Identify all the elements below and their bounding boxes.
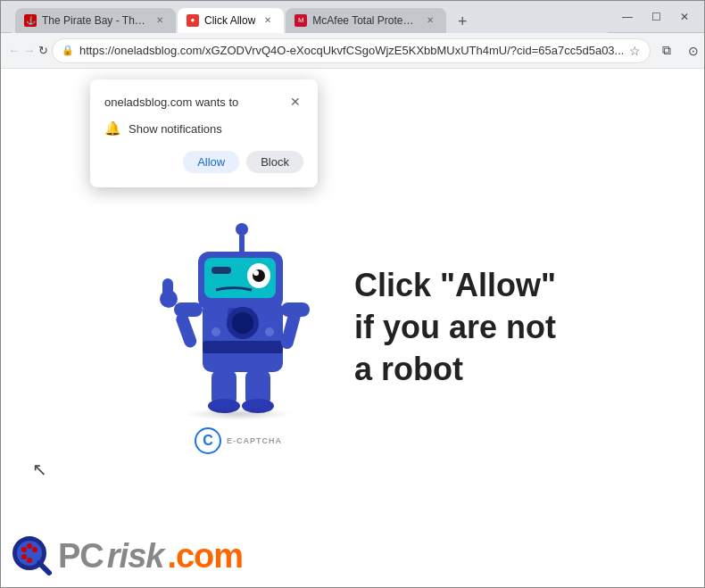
popup-site-title: oneladsblog.com wants to [104,95,238,109]
tab-piratebay[interactable]: ⚓ The Pirate Bay - The galaxy's m... ✕ [15,8,176,33]
clickallow-favicon: ● [187,14,199,27]
svg-point-29 [21,547,27,552]
forward-button[interactable]: → [23,39,35,62]
extensions-button[interactable]: ⧉ [654,38,679,63]
tab-clickallow-title: Click Allow [204,14,255,27]
address-bar: ← → ↻ 🔒 https://oneladsblog.com/xGZODVrv… [1,33,704,69]
ecaptcha-label: E-CAPTCHA [227,436,282,445]
ecaptcha-logo: C [195,427,221,454]
bookmark-star-icon[interactable]: ☆ [629,44,641,58]
tab-clickallow-close[interactable]: ✕ [261,13,275,28]
notification-popup: oneladsblog.com wants to ✕ 🔔 Show notifi… [90,79,318,187]
svg-rect-13 [162,278,173,303]
main-text-line1: Click "Allow" [354,265,556,307]
url-bar[interactable]: 🔒 https://oneladsblog.com/xGZODVrvQ4O-eX… [52,38,651,63]
svg-rect-11 [174,302,203,317]
tab-piratebay-title: The Pirate Bay - The galaxy's m... [42,14,147,27]
refresh-button[interactable]: ↻ [38,39,48,62]
lock-icon: 🔒 [62,45,74,56]
robot-shadow [185,408,292,420]
browser-window: ⚓ The Pirate Bay - The galaxy's m... ✕ ●… [0,0,705,588]
main-text-line3: a robot [354,349,556,391]
back-button[interactable]: ← [8,39,20,62]
popup-option: 🔔 Show notifications [104,120,303,137]
close-button[interactable]: ✕ [672,4,697,29]
svg-point-22 [236,223,248,236]
tab-mcafee-close[interactable]: ✕ [423,13,437,28]
pcrisk-dotcom: .com [167,537,243,576]
popup-buttons: Allow Block [104,151,303,173]
main-text-line2: if you are not [354,307,556,349]
tab-mcafee-title: McAfee Total Protection [312,14,418,27]
mcafee-favicon: M [294,14,307,27]
pcrisk-icon [10,534,54,578]
svg-point-10 [232,312,253,334]
new-tab-button[interactable]: + [452,12,473,33]
svg-text:C: C [203,433,213,448]
minimize-button[interactable]: — [615,4,640,29]
toolbar-right: ⧉ ⊙ ⋮ [654,38,705,63]
svg-point-24 [265,327,274,336]
allow-button[interactable]: Allow [183,151,239,173]
popup-close-button[interactable]: ✕ [287,94,303,110]
svg-rect-14 [174,311,198,348]
popup-option-label: Show notifications [129,122,222,136]
window-controls: — ☐ ✕ [615,4,697,29]
url-text: https://oneladsblog.com/xGZODVrvQ4O-eXoc… [79,44,624,57]
main-message: Click "Allow" if you are not a robot [354,265,556,390]
svg-line-34 [39,563,49,573]
maximize-button[interactable]: ☐ [643,4,668,29]
tab-piratebay-close[interactable]: ✕ [153,13,167,28]
page-content: oneladsblog.com wants to ✕ 🔔 Show notifi… [1,69,704,587]
svg-point-31 [32,547,37,552]
ecaptcha-section: C E-CAPTCHA [195,427,282,454]
cursor-indicator: ↖ [32,459,47,480]
svg-point-32 [21,554,27,559]
robot-column: C E-CAPTCHA [149,203,328,454]
svg-point-30 [27,543,32,549]
robot-illustration [149,203,328,417]
pcrisk-risk: risk [107,537,164,576]
popup-header: oneladsblog.com wants to ✕ [104,94,303,110]
bell-icon: 🔔 [104,120,121,137]
svg-point-33 [27,558,32,563]
profile-button[interactable]: ⊙ [681,38,705,63]
pcrisk-pc: PC [58,537,104,576]
piratebay-favicon: ⚓ [24,14,37,27]
pcrisk-footer: PC risk .com [10,534,243,578]
svg-point-6 [253,270,259,276]
svg-rect-8 [203,341,283,353]
tabs-bar: ⚓ The Pirate Bay - The galaxy's m... ✕ ●… [12,1,608,33]
svg-point-23 [212,327,220,336]
svg-rect-3 [212,267,231,274]
text-column: Click "Allow" if you are not a robot [354,265,556,390]
tab-clickallow[interactable]: ● Click Allow ✕ [178,8,284,33]
tab-mcafee[interactable]: M McAfee Total Protection ✕ [286,8,446,33]
title-bar: ⚓ The Pirate Bay - The galaxy's m... ✕ ●… [1,1,704,33]
block-button[interactable]: Block [246,151,303,173]
svg-rect-21 [239,234,245,253]
